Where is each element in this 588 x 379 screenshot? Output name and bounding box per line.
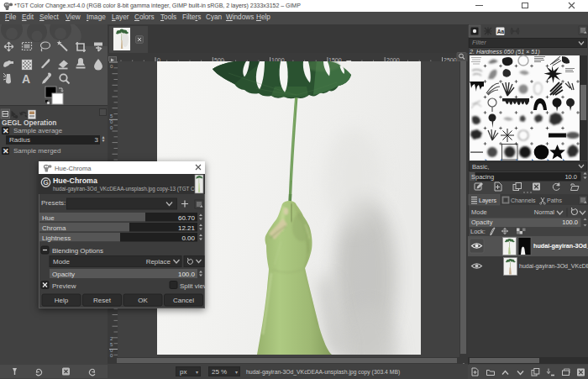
- svg-text:Spacing: Spacing: [471, 173, 494, 181]
- svg-text:10.0: 10.0: [564, 173, 577, 181]
- svg-text:60.70: 60.70: [178, 214, 196, 222]
- svg-text:Channels: Channels: [511, 197, 536, 203]
- svg-text:Layers: Layers: [479, 197, 497, 204]
- svg-text:Hue: Hue: [42, 214, 55, 222]
- svg-text:Split view: Split view: [180, 282, 205, 290]
- svg-text:Mode: Mode: [471, 208, 487, 216]
- svg-text:G: G: [43, 178, 49, 187]
- svg-text:0: 0: [110, 64, 113, 69]
- svg-text:Help: Help: [55, 297, 69, 304]
- svg-text:12.21: 12.21: [178, 224, 196, 232]
- svg-text:hudai-gayiran-3Od_V: hudai-gayiran-3Od_V: [533, 242, 588, 250]
- svg-text:0.00: 0.00: [181, 234, 195, 242]
- svg-text:Opacity: Opacity: [471, 218, 493, 226]
- svg-text:Cancel: Cancel: [173, 297, 194, 304]
- svg-text:Mode: Mode: [53, 258, 71, 266]
- svg-text:Presets:: Presets:: [41, 199, 66, 207]
- svg-text:OK: OK: [138, 297, 148, 304]
- svg-text:Preview: Preview: [52, 282, 76, 290]
- svg-text:Opacity: Opacity: [52, 271, 75, 278]
- svg-text:Reset: Reset: [93, 297, 112, 304]
- svg-text:Basic,: Basic,: [472, 163, 489, 171]
- svg-text:Paths: Paths: [547, 197, 562, 203]
- svg-text:Normal: Normal: [534, 208, 555, 216]
- svg-text:A: A: [22, 72, 30, 86]
- svg-text:100.0: 100.0: [178, 271, 196, 278]
- svg-text:2. Hardness 050 (51 × 51): 2. Hardness 050 (51 × 51): [469, 48, 540, 55]
- svg-text:Replace: Replace: [146, 258, 171, 266]
- svg-text:5: 5: [110, 113, 113, 118]
- svg-text:Aa: Aa: [497, 29, 505, 34]
- svg-text:0: 0: [110, 125, 113, 130]
- svg-text:Hue-Chroma: Hue-Chroma: [55, 165, 92, 172]
- svg-text:Lock:: Lock:: [470, 228, 486, 235]
- svg-text:hudai-gayiran-3Od_VKcDEAA-unsp: hudai-gayiran-3Od_VKcDEAA-unsplash.jpg c…: [53, 186, 202, 192]
- svg-text:Blending Options: Blending Options: [52, 247, 103, 255]
- svg-text:Lightness: Lightness: [42, 234, 71, 242]
- svg-text:0: 0: [110, 119, 113, 124]
- svg-text:Filter: Filter: [472, 39, 486, 46]
- svg-text:Chroma: Chroma: [42, 224, 66, 232]
- svg-text:100.0: 100.0: [562, 218, 578, 226]
- svg-text:2: 2: [110, 336, 113, 341]
- svg-text:5: 5: [110, 342, 113, 347]
- svg-text:hudai-gayiran-3Od_VKcDE: hudai-gayiran-3Od_VKcDE: [519, 263, 588, 270]
- svg-text:Hue-Chroma: Hue-Chroma: [53, 176, 97, 185]
